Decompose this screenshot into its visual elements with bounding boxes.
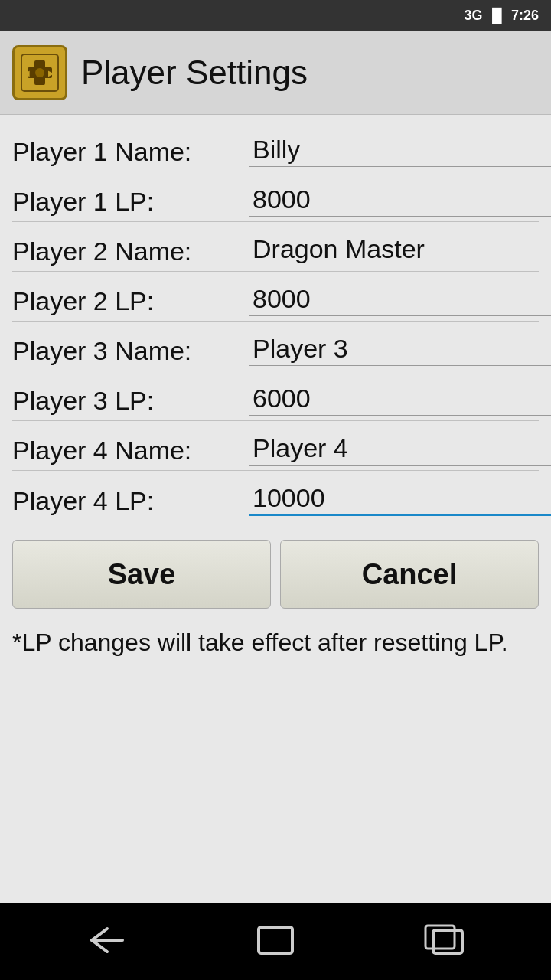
form-row-2: Player 2 Name: — [12, 222, 539, 272]
form-input-6[interactable] — [249, 432, 551, 466]
form-row-0: Player 1 Name: — [12, 122, 539, 172]
signal-icon: 3G — [464, 8, 482, 24]
form-row-3: Player 2 LP: — [12, 272, 539, 322]
svg-point-3 — [35, 68, 44, 77]
form-label-3: Player 2 LP: — [12, 286, 249, 316]
page-title: Player Settings — [81, 54, 308, 92]
form-input-1[interactable] — [249, 183, 551, 217]
app-icon: ◀ ▶ — [12, 45, 67, 100]
battery-icon: ▐▌ — [487, 8, 507, 24]
title-bar: ◀ ▶ Player Settings — [0, 31, 551, 115]
cancel-button[interactable]: Cancel — [280, 540, 539, 609]
form-label-7: Player 4 LP: — [12, 486, 249, 516]
main-content: Player 1 Name:Player 1 LP:Player 2 Name:… — [0, 115, 551, 903]
save-button[interactable]: Save — [12, 540, 271, 609]
status-bar: 3G ▐▌ 7:26 — [0, 0, 551, 31]
time-display: 7:26 — [511, 8, 539, 24]
form-label-2: Player 2 Name: — [12, 237, 249, 266]
back-button[interactable] — [84, 921, 130, 962]
form-input-3[interactable] — [249, 283, 551, 316]
form-row-1: Player 1 LP: — [12, 172, 539, 222]
nav-bar — [0, 903, 551, 980]
form-label-6: Player 4 Name: — [12, 436, 249, 466]
form-input-4[interactable] — [249, 332, 551, 366]
form-row-7: Player 4 LP: — [12, 471, 539, 521]
svg-text:◀: ◀ — [24, 69, 30, 77]
form-label-0: Player 1 Name: — [12, 137, 249, 167]
form-row-5: Player 3 LP: — [12, 371, 539, 421]
form-input-7[interactable] — [249, 482, 551, 516]
form-label-1: Player 1 LP: — [12, 187, 249, 217]
lp-note: *LP changes will take effect after reset… — [12, 624, 539, 661]
home-button[interactable] — [253, 921, 298, 962]
status-icons: 3G ▐▌ 7:26 — [464, 8, 539, 24]
form-input-2[interactable] — [249, 233, 551, 266]
form-row-4: Player 3 Name: — [12, 322, 539, 371]
form-label-4: Player 3 Name: — [12, 336, 249, 366]
form-input-0[interactable] — [249, 133, 551, 167]
svg-rect-7 — [259, 927, 292, 953]
form-label-5: Player 3 LP: — [12, 386, 249, 416]
form-fields: Player 1 Name:Player 1 LP:Player 2 Name:… — [12, 122, 539, 521]
recents-button[interactable] — [421, 921, 467, 962]
form-row-6: Player 4 Name: — [12, 421, 539, 471]
form-input-5[interactable] — [249, 382, 551, 416]
svg-text:▶: ▶ — [48, 69, 54, 77]
button-row: Save Cancel — [12, 540, 539, 609]
